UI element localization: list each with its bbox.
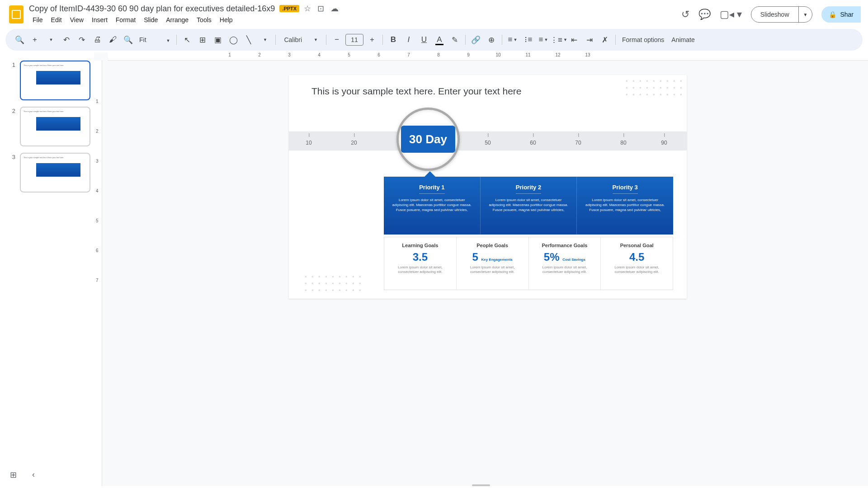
menu-file[interactable]: File [29, 14, 47, 25]
grid-view-icon[interactable]: ⊞ [10, 470, 17, 480]
zoom-select[interactable]: Fit ▼ [137, 36, 173, 43]
menu-slide[interactable]: Slide [140, 14, 161, 25]
history-icon[interactable]: ↺ [681, 9, 689, 20]
highlight-button[interactable]: ✎ [448, 33, 462, 47]
italic-button[interactable]: I [402, 33, 415, 47]
doc-title[interactable]: Copy of ItemID-4439-30 60 90 day plan fo… [29, 4, 275, 14]
numbered-list-button[interactable]: ≡▼ [537, 33, 550, 47]
textbox-tool[interactable]: ⊞ [196, 33, 209, 47]
slide-thumbnail-1[interactable]: This is your sample text here. Enter you… [20, 61, 90, 100]
move-icon[interactable]: ⊡ [317, 4, 324, 14]
goal-column: Learning Goals3.5 Lorem ipsum dolor sit … [384, 237, 457, 290]
slide-canvas[interactable]: This is your sample text here. Enter you… [289, 75, 687, 299]
priorities-section: Priority 1Lorem ipsum dolor sit amet, co… [384, 177, 673, 235]
line-spacing-button[interactable]: ⫶≡ [521, 33, 535, 47]
priority-column: Priority 2Lorem ipsum dolor sit amet, co… [481, 177, 577, 235]
format-options-button[interactable]: Format options [619, 36, 667, 43]
menu-tools[interactable]: Tools [193, 14, 215, 25]
lock-icon: 🔒 [829, 11, 836, 18]
image-tool[interactable]: ▣ [211, 33, 225, 47]
clear-format-button[interactable]: ✗ [598, 33, 612, 47]
line-tool[interactable]: ╲ [242, 33, 255, 47]
font-size-input[interactable]: 11 [345, 34, 363, 46]
share-label: Shar [840, 11, 854, 18]
menu-insert[interactable]: Insert [88, 14, 111, 25]
slideshow-dropdown[interactable]: ▼ [799, 8, 812, 21]
goal-column: Performance Goals5% Cost SavingsLorem ip… [529, 237, 601, 290]
redo-button[interactable]: ↷ [75, 33, 89, 47]
pptx-badge: .PPTX [279, 5, 299, 12]
font-decrease[interactable]: − [330, 33, 344, 47]
align-button[interactable]: ≡▼ [506, 33, 519, 47]
horizontal-ruler: 12345678910111213 [108, 52, 868, 61]
add-comment-button[interactable]: ⊕ [485, 33, 498, 47]
font-increase[interactable]: + [365, 33, 379, 47]
font-select[interactable]: Calibri▼ [279, 34, 322, 45]
decoration-dots [623, 78, 682, 100]
goal-column: Personal Goal4.5 Lorem ipsum dolor sit a… [601, 237, 673, 290]
bulleted-list-button[interactable]: ⋮≡▼ [552, 33, 566, 47]
underline-button[interactable]: U [417, 33, 431, 47]
priority-column: Priority 3Lorem ipsum dolor sit amet, co… [577, 177, 673, 235]
decoration-dots [302, 273, 361, 296]
slide-thumbnail-2[interactable]: This is your sample text here. Enter you… [20, 107, 90, 146]
menu-edit[interactable]: Edit [47, 14, 66, 25]
comments-icon[interactable]: 💬 [698, 9, 711, 20]
star-icon[interactable]: ☆ [304, 4, 311, 14]
increase-indent-button[interactable]: ⇥ [583, 33, 596, 47]
paint-format-button[interactable]: 🖌 [106, 33, 119, 47]
slide-title[interactable]: This is your sample text here. Enter you… [311, 86, 522, 97]
undo-button[interactable]: ↶ [60, 33, 73, 47]
bold-button[interactable]: B [387, 33, 400, 47]
menu-arrange[interactable]: Arrange [162, 14, 192, 25]
search-icon[interactable]: 🔍 [13, 33, 26, 47]
goal-column: People Goals5 Key EngagementsLorem ipsum… [457, 237, 529, 290]
select-tool[interactable]: ↖ [180, 33, 194, 47]
goals-section: Learning Goals3.5 Lorem ipsum dolor sit … [384, 237, 673, 290]
decrease-indent-button[interactable]: ⇤ [567, 33, 581, 47]
menu-format[interactable]: Format [112, 14, 139, 25]
priority-column: Priority 1Lorem ipsum dolor sit amet, co… [384, 177, 481, 235]
slide-number: 3 [9, 153, 15, 160]
new-slide-dropdown[interactable]: ▼ [44, 33, 58, 47]
slideshow-button[interactable]: Slideshow [751, 7, 799, 22]
menu-view[interactable]: View [66, 14, 87, 25]
line-dropdown[interactable]: ▼ [258, 33, 272, 47]
collapse-panel-icon[interactable]: ‹ [32, 470, 35, 480]
text-color-button[interactable]: A [433, 33, 446, 47]
share-button[interactable]: 🔒 Shar [821, 6, 861, 23]
magnifier-label: 30 Day [401, 126, 455, 153]
notes-resize-handle[interactable] [472, 484, 490, 486]
new-slide-button[interactable]: + [28, 33, 42, 47]
timeline-ruler: 10205060708090 [289, 131, 687, 150]
slide-number: 2 [9, 107, 15, 114]
app-logo[interactable] [7, 5, 25, 23]
slide-thumbnail-3[interactable]: This is your sample text here. Enter you… [20, 153, 90, 192]
print-button[interactable]: 🖨 [90, 33, 104, 47]
animate-button[interactable]: Animate [669, 36, 697, 43]
magnifier-circle: 30 Day [396, 108, 460, 171]
shape-tool[interactable]: ◯ [226, 33, 240, 47]
menu-help[interactable]: Help [216, 14, 236, 25]
link-button[interactable]: 🔗 [469, 33, 483, 47]
vertical-ruler: 1234567 [94, 61, 102, 486]
zoom-icon[interactable]: 🔍 [121, 33, 135, 47]
cloud-icon[interactable]: ☁ [330, 4, 339, 14]
present-icon[interactable]: ▢◂ ▾ [720, 9, 742, 20]
slide-number: 1 [9, 61, 15, 68]
